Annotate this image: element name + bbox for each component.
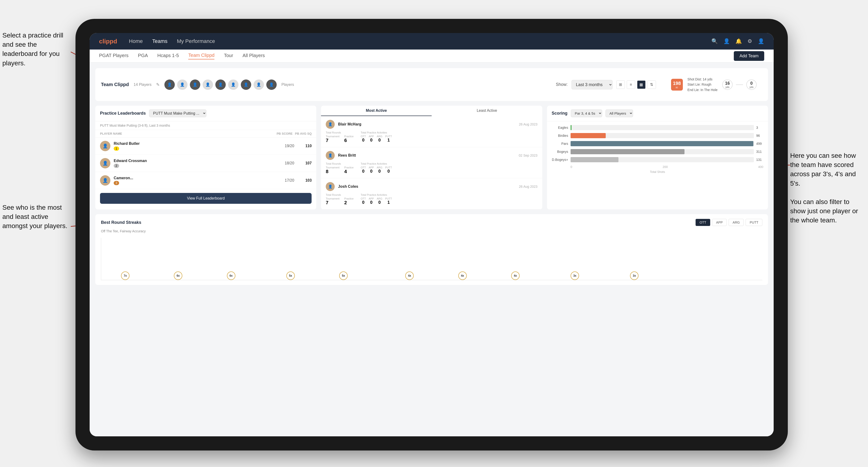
profile-icon[interactable]: 👤 [758,38,764,44]
bar-label-bogeys: Bogeys [552,150,568,154]
pa-name-1: Blair McHarg [338,122,516,126]
tab-most-active[interactable]: Most Active [321,106,432,116]
bar-doubles: D.Bogeys+ 131 [552,157,763,162]
streaks-card: Best Round Streaks OTT APP ARG PUTT Off … [95,214,768,285]
scoring-filter-1[interactable]: Par 3, 4 & 5s [571,110,602,117]
scoring-card: Scoring Par 3, 4 & 5s All Players Eagles [547,106,768,210]
show-select[interactable]: Last 3 months Last 6 months Last 12 mont… [571,80,613,89]
col-pb-avg: PB AVG SQ [295,132,312,135]
card-view-button[interactable]: ▦ [637,81,646,89]
sort-button[interactable]: ⇅ [647,81,656,89]
x-label-0: 0 [570,165,572,168]
avatar-7: 👤 [241,80,251,90]
shot-badge-number: 198 [673,81,681,86]
tab-least-active[interactable]: Least Active [432,106,542,116]
lb-player-name-2: Edward Crossman [114,159,277,163]
shot-start-lie: Start Lie: Rough [687,82,717,87]
lb-player-info-2: Edward Crossman 2 [114,159,277,168]
filter-putt[interactable]: PUTT [746,219,762,226]
pa-total-rounds-3: Total Rounds Tournament 7 Practice 2 [326,193,353,206]
user-icon[interactable]: 👤 [723,38,730,44]
subnav-hcaps[interactable]: Hcaps 1-5 [157,53,179,59]
filter-arg[interactable]: ARG [728,219,744,226]
main-content: Team Clippd 14 Players ✎ 👤 👤 👤 👤 👤 👤 👤 👤… [90,63,774,436]
scoring-filter-2[interactable]: All Players [606,110,633,117]
view-full-leaderboard-button[interactable]: View Full Leaderboard [100,193,312,204]
nav-logo: clippd [99,38,117,45]
col-pb-score: PB SCORE [277,132,293,135]
lb-player-name-3: Cameron... [114,176,277,180]
lb-badge-gold: 1 [114,147,119,151]
lb-player-info-3: Cameron... 3 [114,176,277,185]
filter-ott[interactable]: OTT [695,219,710,226]
activity-player-3: 👤 Josh Coles 26 Aug 2023 Total Rounds To… [321,178,542,210]
streak-point-7: 4x [458,272,467,280]
pa-stats-2: Total Rounds Tournament 8 Practice 4 [326,162,537,174]
lb-badge-silver: 2 [114,164,119,168]
bar-value-birdies: 96 [756,134,763,137]
bar-track-pars [570,141,754,146]
annotation-right: Here you can see how the team have score… [790,151,866,225]
streak-bubble-7: 4x [458,272,467,280]
streak-point-2: 6x [174,272,182,280]
streaks-title: Best Round Streaks [101,220,141,225]
shot-circle-2: 0 yds [746,80,757,90]
subnav-all-players[interactable]: All Players [243,53,265,59]
drill-select[interactable]: PUTT Must Make Putting ... [149,110,206,117]
nav-home[interactable]: Home [129,38,143,44]
avatar-8: 👤 [253,80,264,90]
settings-icon[interactable]: ⚙ [747,38,752,44]
bell-icon[interactable]: 🔔 [736,38,742,44]
streak-point-4: 5x [286,272,295,280]
activity-card: Most Active Least Active 👤 Blair McHarg … [321,106,542,210]
avatar-1: 👤 [164,80,175,90]
filter-app[interactable]: APP [712,219,727,226]
bar-track-birdies [570,133,754,138]
leaderboard-title: Practice Leaderboards [100,111,146,116]
bar-fill-pars [570,141,753,146]
list-view-button[interactable]: ≡ [627,81,635,89]
bar-eagles: Eagles 3 [552,125,763,130]
pa-date-1: 26 Aug 2023 [519,122,537,126]
pa-activities-3: Total Practice Activities OTT0 APP0 ARG0… [361,193,392,206]
search-icon[interactable]: 🔍 [711,38,718,44]
pa-avatar-2: 👤 [326,151,335,160]
grid-view-button[interactable]: ⊞ [616,81,625,89]
shot-connector [736,85,743,85]
x-label-200: 200 [662,165,668,168]
pa-top-1: 👤 Blair McHarg 26 Aug 2023 [326,120,537,129]
subnav-team-clippd[interactable]: Team Clippd [188,53,214,59]
lb-avatar-3: 👤 [100,175,111,186]
pa-total-rounds-1: Total Rounds Tournament 7 Practice 6 [326,131,353,143]
add-team-button[interactable]: Add Team [734,51,764,61]
bar-fill-doubles [570,157,619,162]
pa-practice-label-1: Practice [344,135,353,138]
subnav-tour[interactable]: Tour [224,53,233,59]
pa-avatar-1: 👤 [326,120,335,129]
bar-fill-eagles [570,125,572,130]
show-controls: Show: Last 3 months Last 6 months Last 1… [556,80,656,89]
shot-dist: Shot Dist: 14 yds [687,76,717,82]
subnav-pgat[interactable]: PGAT Players [99,53,129,59]
nav-teams[interactable]: Teams [152,38,167,44]
pa-activities-label-1: Total Practice Activities [361,131,392,134]
pa-date-3: 26 Aug 2023 [519,185,537,188]
practice-leaderboard-card: Practice Leaderboards PUTT Must Make Put… [95,106,316,210]
leaderboard-header: Practice Leaderboards PUTT Must Make Put… [95,106,316,121]
activity-player-2: 👤 Rees Britt 02 Sep 2023 Total Rounds To… [321,147,542,178]
lb-score-3: 17/20 [280,178,294,183]
bar-value-pars: 499 [756,142,763,146]
x-label-400: 400 [758,165,763,168]
activity-player-1: 👤 Blair McHarg 26 Aug 2023 Total Rounds … [321,116,542,147]
lb-avg-2: 107 [298,161,312,165]
subnav-pga[interactable]: PGA [138,53,148,59]
scoring-title: Scoring [552,111,567,116]
edit-icon[interactable]: ✎ [156,82,160,87]
view-icons: ⊞ ≡ ▦ ⇅ [616,81,656,89]
bar-track-eagles [570,125,754,130]
player-avatars: 👤 👤 👤 👤 👤 👤 👤 👤 👤 [164,80,277,90]
streak-point-5: 5x [339,272,348,280]
pa-avatar-3: 👤 [326,182,335,191]
show-label: Show: [556,82,568,87]
nav-my-performance[interactable]: My Performance [177,38,215,44]
